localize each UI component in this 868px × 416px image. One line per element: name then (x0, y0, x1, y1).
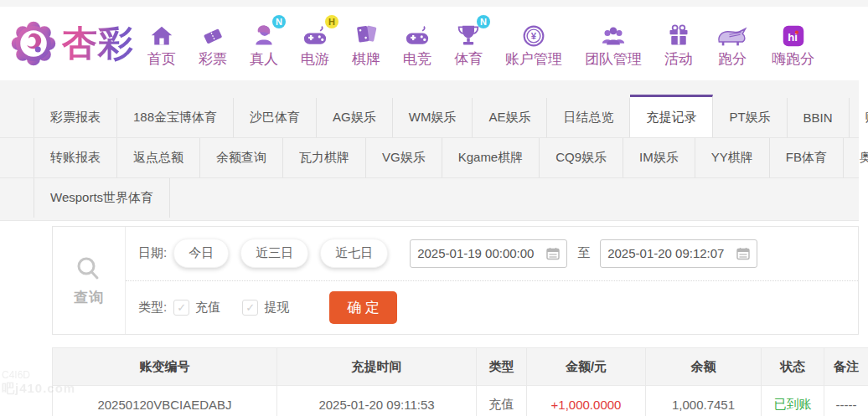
nav-label: 电游 (301, 49, 329, 69)
preset-3days-button[interactable]: 近三日 (240, 239, 308, 268)
nav-label: 团队管理 (585, 49, 642, 69)
nav-label: 首页 (147, 49, 176, 69)
col-amount: 金额/元 (527, 348, 646, 386)
table-row: 20250120VBCIAEDABJ 2025-01-20 09:11:53 充… (53, 386, 868, 416)
nav-label: 真人 (250, 49, 278, 69)
esports-gamepad-icon (404, 19, 431, 48)
nav-label: 账户管理 (505, 49, 562, 69)
tab-row1-3[interactable]: AG娱乐 (317, 98, 393, 137)
tab-row1-7-active[interactable]: 充提记录 (630, 95, 713, 137)
nav-item-boardgames[interactable]: 棋牌 (352, 19, 380, 69)
date-filter-row: 日期: 今日 近三日 近七日 2025-01-19 00:00:00 至 202… (126, 227, 858, 281)
cell-amount: +1,000.0000 (527, 386, 646, 416)
date-from-input[interactable]: 2025-01-19 00:00:00 (410, 239, 567, 268)
nav-label: 棋牌 (352, 49, 380, 69)
gift-icon (667, 19, 690, 48)
live-person-icon: N (252, 19, 276, 48)
badge-n-icon: N (272, 15, 286, 28)
ticket-icon (200, 19, 225, 48)
gamepad-icon: H (302, 19, 328, 48)
col-remark: 备注 (824, 348, 868, 386)
tab-row1-4[interactable]: WM娱乐 (393, 98, 473, 137)
checkbox-deposit-label: 充值 (195, 300, 220, 316)
yuan-coin-icon: ¥ (522, 19, 545, 48)
nav-label: 活动 (664, 49, 693, 69)
to-label: 至 (577, 245, 590, 261)
calendar-icon[interactable] (546, 247, 560, 260)
type-filter-row: 类型: ✓ 充值 ✓ 提现 确 定 (126, 281, 858, 335)
tab-row2-0[interactable]: 转账报表 (34, 138, 117, 177)
nav-item-egames[interactable]: H 电游 (301, 19, 329, 69)
type-label: 类型: (138, 300, 167, 316)
nav-label: 体育 (454, 49, 483, 69)
nav-label: 跑分 (718, 49, 747, 69)
records-table: 账变编号 充提时间 类型 金额/元 余额 状态 备注 20250120VBCIA… (52, 347, 868, 416)
col-time: 充提时间 (277, 348, 477, 386)
tab-row2-6[interactable]: CQ9娱乐 (540, 138, 623, 177)
main-nav: 首页 彩票 N 真人 H 电游 (147, 19, 814, 69)
tab-row1-8[interactable]: PT娱乐 (713, 98, 787, 137)
cell-time: 2025-01-20 09:11:53 (277, 386, 477, 416)
nav-item-lottery[interactable]: 彩票 (199, 19, 227, 69)
site-logo[interactable]: 杏彩 (10, 18, 134, 69)
nav-label: 彩票 (199, 49, 227, 69)
badge-h-icon: H (325, 15, 338, 28)
preset-today-button[interactable]: 今日 (173, 239, 229, 268)
tab-row1-0[interactable]: 彩票报表 (34, 98, 117, 137)
nav-item-paofen[interactable]: 跑分 (716, 19, 749, 69)
team-icon (600, 19, 627, 48)
tab-row2-7[interactable]: IM娱乐 (623, 138, 695, 177)
date-to-value: 2025-01-20 09:12:07 (607, 246, 724, 260)
tab-row1-10[interactable]: 账变报表 (850, 98, 868, 137)
badge-n-icon: N (477, 15, 490, 28)
nav-item-live[interactable]: N 真人 (250, 19, 278, 69)
col-type: 类型 (477, 348, 527, 386)
hi-app-icon: hi (782, 19, 805, 48)
nav-label: 嗨跑分 (772, 49, 814, 69)
col-balance: 余额 (646, 348, 762, 386)
magnifier-icon (74, 254, 104, 285)
tab-row2-9[interactable]: FB体育 (770, 138, 844, 177)
tab-row2-5[interactable]: Kgame棋牌 (442, 138, 540, 177)
filter-main: 日期: 今日 近三日 近七日 2025-01-19 00:00:00 至 202… (126, 227, 858, 334)
checkbox-icon[interactable]: ✓ (242, 300, 258, 316)
checkbox-deposit[interactable]: ✓ 充值 (173, 300, 220, 316)
tab-row-3: Wesports世界体育 (0, 178, 859, 218)
header: 杏彩 首页 彩票 N 真人 (0, 7, 868, 80)
tab-row2-3[interactable]: 瓦力棋牌 (283, 138, 366, 177)
tab-row2-4[interactable]: VG娱乐 (366, 138, 442, 177)
nav-item-hi-paofen[interactable]: hi 嗨跑分 (772, 19, 814, 69)
svg-text:¥: ¥ (531, 31, 537, 41)
tab-row1-5[interactable]: AE娱乐 (473, 98, 547, 137)
checkbox-icon[interactable]: ✓ (173, 300, 189, 316)
nav-item-sports[interactable]: N 体育 (454, 19, 483, 69)
checkbox-withdraw[interactable]: ✓ 提现 (242, 300, 289, 316)
nav-item-activity[interactable]: 活动 (664, 19, 693, 69)
preset-7days-button[interactable]: 近七日 (320, 239, 388, 268)
confirm-button[interactable]: 确 定 (329, 291, 397, 324)
cell-type: 充值 (477, 386, 527, 416)
tab-row1-2[interactable]: 沙巴体育 (234, 98, 317, 137)
tab-row2-8[interactable]: YY棋牌 (695, 138, 770, 177)
date-to-input[interactable]: 2025-01-20 09:12:07 (600, 239, 757, 268)
nav-label: 电竞 (403, 49, 431, 69)
nav-item-team[interactable]: 团队管理 (585, 19, 642, 69)
tab-row1-1[interactable]: 188金宝博体育 (117, 98, 234, 137)
nav-item-esports[interactable]: 电竞 (403, 19, 431, 69)
nav-item-home[interactable]: 首页 (147, 19, 176, 69)
cell-remark: ----- (824, 386, 868, 416)
page: 杏彩 首页 彩票 N 真人 (0, 0, 868, 416)
cards-icon (354, 19, 378, 48)
tab-row1-6[interactable]: 日结总览 (547, 98, 630, 137)
tab-row2-2[interactable]: 余额查询 (200, 138, 283, 177)
col-change-id: 账变编号 (53, 348, 277, 386)
tab-row2-1[interactable]: 返点总额 (117, 138, 200, 177)
cell-status: 已到账 (762, 386, 824, 416)
tab-row2-10[interactable]: 奥丁棋牌 (844, 138, 868, 177)
nav-item-account[interactable]: ¥ 账户管理 (505, 19, 562, 69)
col-status: 状态 (762, 348, 824, 386)
tab-row1-9[interactable]: BBIN (788, 98, 850, 137)
calendar-icon[interactable] (736, 247, 750, 260)
tab-row3-0[interactable]: Wesports世界体育 (34, 178, 170, 218)
cell-balance: 1,000.7451 (646, 386, 762, 416)
